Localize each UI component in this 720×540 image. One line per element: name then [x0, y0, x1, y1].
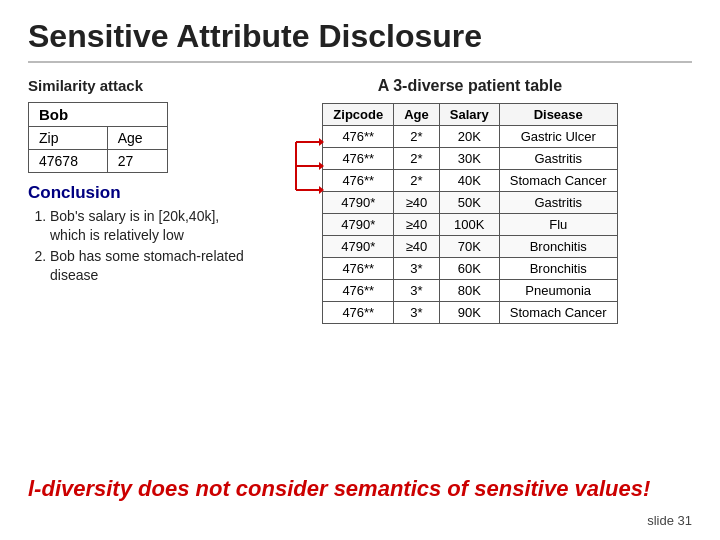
cell-salary: 50K — [439, 192, 499, 214]
cell-disease: Pneumonia — [499, 280, 617, 302]
cell-salary: 40K — [439, 170, 499, 192]
table-row: 4790*≥4070KBronchitis — [323, 236, 617, 258]
cell-age: 3* — [394, 280, 440, 302]
slide-number: slide 31 — [647, 513, 692, 528]
attack-table: Bob Zip Age 47678 27 — [28, 102, 168, 173]
right-panel: A 3-diverse patient table — [248, 77, 692, 324]
table-row-headers: Zip Age — [29, 127, 168, 150]
table-row: 476**2*20KGastric Ulcer — [323, 126, 617, 148]
cell-age: ≥40 — [394, 236, 440, 258]
arrows-area: Zipcode Age Salary Disease 476**2*20KGas… — [322, 103, 617, 324]
bottom-text: l-diversity does not consider semantics … — [28, 476, 692, 502]
table-row-data: 47678 27 — [29, 150, 168, 173]
cell-salary: 70K — [439, 236, 499, 258]
cell-zipcode: 476** — [323, 302, 394, 324]
cell-age: 3* — [394, 302, 440, 324]
conclusion-title: Conclusion — [28, 183, 248, 203]
age-header: Age — [107, 127, 167, 150]
cell-disease: Stomach Cancer — [499, 302, 617, 324]
table-row: 476**3*80KPneumonia — [323, 280, 617, 302]
conclusion: Conclusion Bob's salary is in [20k,40k],… — [28, 183, 248, 285]
table-row-bob: Bob — [29, 103, 168, 127]
conclusion-item-2: Bob has some stomach-related disease — [50, 247, 248, 285]
cell-age: ≥40 — [394, 214, 440, 236]
cell-zipcode: 476** — [323, 170, 394, 192]
cell-zipcode: 4790* — [323, 236, 394, 258]
cell-age: 3* — [394, 258, 440, 280]
conclusion-list: Bob's salary is in [20k,40k], which is r… — [50, 207, 248, 285]
conclusion-item-1: Bob's salary is in [20k,40k], which is r… — [50, 207, 248, 245]
cell-disease: Gastritis — [499, 192, 617, 214]
cell-salary: 100K — [439, 214, 499, 236]
cell-salary: 90K — [439, 302, 499, 324]
diverse-table-label: A 3-diverse patient table — [378, 77, 562, 95]
bob-name: Bob — [29, 103, 168, 127]
zip-header: Zip — [29, 127, 108, 150]
cell-age: 2* — [394, 126, 440, 148]
content-area: Similarity attack Bob Zip Age 47678 27 — [28, 77, 692, 324]
similarity-attack-label: Similarity attack — [28, 77, 248, 94]
cell-disease: Gastritis — [499, 148, 617, 170]
cell-salary: 60K — [439, 258, 499, 280]
zip-value: 47678 — [29, 150, 108, 173]
page-title: Sensitive Attribute Disclosure — [28, 18, 692, 55]
age-value: 27 — [107, 150, 167, 173]
patient-table-header: Zipcode Age Salary Disease — [323, 104, 617, 126]
cell-zipcode: 4790* — [323, 214, 394, 236]
cell-disease: Gastric Ulcer — [499, 126, 617, 148]
cell-disease: Bronchitis — [499, 258, 617, 280]
cell-disease: Stomach Cancer — [499, 170, 617, 192]
col-salary: Salary — [439, 104, 499, 126]
cell-salary: 80K — [439, 280, 499, 302]
cell-zipcode: 4790* — [323, 192, 394, 214]
cell-age: 2* — [394, 148, 440, 170]
cell-zipcode: 476** — [323, 126, 394, 148]
table-row: 4790*≥40100KFlu — [323, 214, 617, 236]
col-zipcode: Zipcode — [323, 104, 394, 126]
cell-age: 2* — [394, 170, 440, 192]
table-row: 4790*≥4050KGastritis — [323, 192, 617, 214]
cell-zipcode: 476** — [323, 258, 394, 280]
left-panel: Similarity attack Bob Zip Age 47678 27 — [28, 77, 248, 287]
table-row: 476**3*60KBronchitis — [323, 258, 617, 280]
col-age: Age — [394, 104, 440, 126]
divider — [28, 61, 692, 63]
cell-age: ≥40 — [394, 192, 440, 214]
cell-zipcode: 476** — [323, 280, 394, 302]
cell-salary: 30K — [439, 148, 499, 170]
patient-table: Zipcode Age Salary Disease 476**2*20KGas… — [322, 103, 617, 324]
cell-disease: Flu — [499, 214, 617, 236]
table-row: 476**3*90KStomach Cancer — [323, 302, 617, 324]
table-row: 476**2*30KGastritis — [323, 148, 617, 170]
cell-zipcode: 476** — [323, 148, 394, 170]
col-disease: Disease — [499, 104, 617, 126]
cell-salary: 20K — [439, 126, 499, 148]
table-row: 476**2*40KStomach Cancer — [323, 170, 617, 192]
page: Sensitive Attribute Disclosure Similarit… — [0, 0, 720, 540]
arrows-svg — [294, 123, 324, 363]
cell-disease: Bronchitis — [499, 236, 617, 258]
